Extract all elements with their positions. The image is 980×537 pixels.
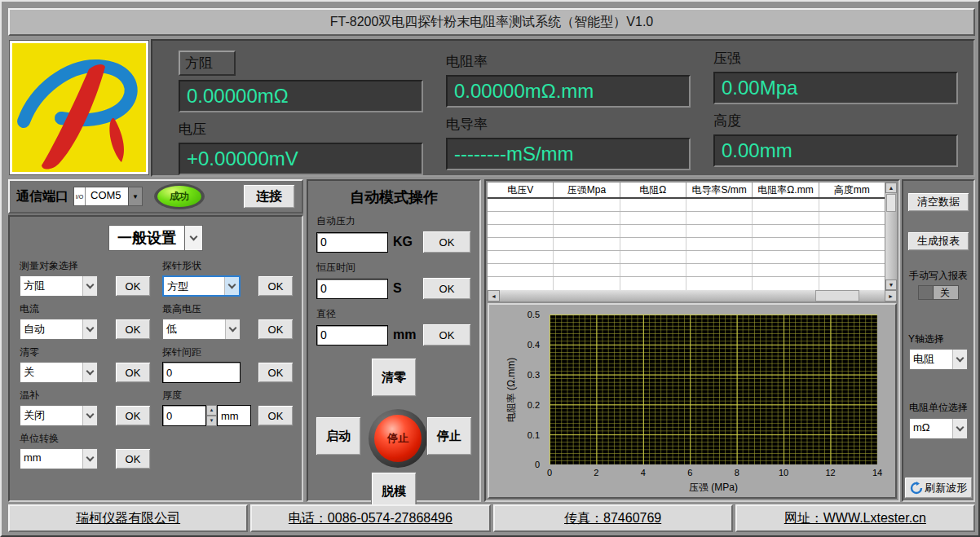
height-value: 0.00mm bbox=[713, 134, 958, 167]
auto-buttons: 清零 启动 停止 停止 脱模 bbox=[308, 358, 479, 513]
footer-bar: 瑞柯仪器有限公司 电话：0086-0574-27868496 传真：874607… bbox=[8, 504, 975, 532]
thickness-label: 厚度 bbox=[162, 389, 294, 403]
data-table: 电压V 压强Mpa 电阻Ω 电导率S/mm 电阻率Ω.mm 高度mm ▲ ▼ bbox=[488, 183, 897, 290]
hold-time-unit: S bbox=[393, 281, 402, 296]
table-row bbox=[488, 225, 885, 238]
pressure-value: 0.00Mpa bbox=[713, 72, 958, 104]
chevron-down-icon[interactable] bbox=[224, 277, 239, 295]
connection-led-ring: 成功 bbox=[154, 183, 205, 209]
thickness-stepper[interactable]: ▲ ▼ bbox=[206, 405, 217, 426]
zero-ok-button[interactable]: OK bbox=[115, 362, 151, 383]
scrollbar-thumb[interactable] bbox=[886, 194, 896, 212]
sheet-resistance-value: 0.00000mΩ bbox=[179, 80, 423, 112]
com-port-value: COM5 bbox=[86, 187, 128, 205]
unit-convert-select[interactable]: mm bbox=[20, 448, 98, 469]
resistivity-value: 0.00000mΩ.mm bbox=[446, 75, 691, 108]
auto-pressure-input[interactable] bbox=[316, 232, 388, 253]
logo-r-icon bbox=[12, 43, 146, 172]
stop-button[interactable]: 停止 bbox=[426, 416, 472, 456]
max-voltage-select[interactable]: 低 bbox=[162, 319, 241, 340]
scroll-left-icon[interactable]: ◄ bbox=[488, 290, 500, 302]
manual-write-toggle[interactable]: 关 bbox=[918, 285, 959, 300]
measure-object-select[interactable]: 方阻 bbox=[20, 275, 98, 297]
stepper-up-icon[interactable]: ▲ bbox=[206, 405, 217, 416]
auto-pressure-ok-button[interactable]: OK bbox=[422, 231, 471, 253]
connect-button[interactable]: 连接 bbox=[243, 184, 295, 209]
emergency-stop-button[interactable]: 停止 bbox=[374, 415, 422, 462]
chevron-down-icon[interactable] bbox=[82, 276, 97, 296]
current-select[interactable]: 自动 bbox=[20, 319, 98, 340]
field-diameter: 直径 mm OK bbox=[308, 307, 479, 346]
start-button[interactable]: 启动 bbox=[316, 416, 361, 456]
thickness-ok-button[interactable]: OK bbox=[258, 405, 294, 426]
col-conductivity: 电导率S/mm bbox=[686, 183, 753, 197]
measure-object-ok-button[interactable]: OK bbox=[115, 275, 151, 297]
table-row bbox=[488, 264, 885, 277]
field-probe-spacing: 探针间距 OK bbox=[162, 346, 294, 389]
field-thickness: 厚度 ▲ ▼ mm OK bbox=[162, 389, 294, 432]
top-panel: 方阻 0.00000mΩ 电压 +0.00000mV 电阻率 0.00000mΩ… bbox=[8, 39, 975, 177]
probe-spacing-input[interactable] bbox=[162, 362, 241, 383]
chevron-down-icon[interactable] bbox=[185, 225, 203, 251]
settings-mode-select[interactable]: 一般设置 bbox=[108, 225, 203, 251]
chevron-down-icon[interactable] bbox=[82, 363, 97, 382]
chevron-down-icon[interactable] bbox=[225, 319, 240, 339]
field-probe-shape: 探针形状 方型 OK bbox=[162, 259, 294, 302]
auto-pressure-unit: KG bbox=[393, 235, 413, 249]
field-current: 电流 自动 OK bbox=[20, 302, 151, 346]
generate-report-button[interactable]: 生成报表 bbox=[907, 231, 969, 251]
chevron-down-icon[interactable] bbox=[82, 406, 97, 425]
diameter-ok-button[interactable]: OK bbox=[422, 324, 471, 346]
field-measure-object: 测量对象选择 方阻 OK bbox=[20, 259, 151, 302]
scroll-down-icon[interactable]: ▼ bbox=[885, 280, 897, 290]
chevron-down-icon[interactable] bbox=[82, 449, 97, 469]
stepper-down-icon[interactable]: ▼ bbox=[206, 416, 217, 426]
left-panel: 通信端口 I/O COM5 ▼ 成功 连接 一般设置 测量对象选择 bbox=[8, 179, 303, 502]
chevron-down-icon[interactable] bbox=[952, 419, 967, 438]
toggle-thumb[interactable] bbox=[919, 286, 934, 299]
zero-select[interactable]: 关 bbox=[20, 362, 98, 383]
scroll-right-icon[interactable]: ► bbox=[885, 290, 897, 302]
com-port-select[interactable]: I/O COM5 ▼ bbox=[73, 187, 143, 206]
probe-shape-ok-button[interactable]: OK bbox=[258, 275, 294, 297]
clear-data-button[interactable]: 清空数据 bbox=[907, 192, 969, 212]
temp-comp-label: 温补 bbox=[20, 389, 151, 403]
app-window: FT-8200双电四探针粉末电阻率测试系统（智能型）V1.0 方阻 0.0000… bbox=[0, 0, 980, 537]
thickness-input[interactable] bbox=[162, 405, 206, 426]
clear-button[interactable]: 清零 bbox=[371, 358, 417, 397]
temp-comp-ok-button[interactable]: OK bbox=[115, 405, 151, 426]
unit-select-label: 电阻单位选择 bbox=[905, 401, 972, 415]
company-name: 瑞柯仪器有限公司 bbox=[8, 504, 248, 532]
diameter-input[interactable] bbox=[316, 325, 388, 346]
settings-mode-value: 一般设置 bbox=[108, 225, 185, 251]
manual-write-label: 手动写入报表 bbox=[905, 269, 972, 283]
hold-time-label: 恒压时间 bbox=[316, 261, 471, 275]
resistivity-chart: 电阻率 (Ω.mm) 0.5 0.4 0.3 0.2 0.1 0 0 2 4 6… bbox=[488, 303, 897, 499]
unit-convert-label: 单位转换 bbox=[20, 432, 151, 446]
max-voltage-ok-button[interactable]: OK bbox=[258, 319, 294, 340]
hold-time-ok-button[interactable]: OK bbox=[422, 277, 471, 300]
y-axis-select[interactable]: 电阻 bbox=[909, 349, 968, 370]
hold-time-input[interactable] bbox=[316, 279, 388, 299]
temp-comp-select[interactable]: 关闭 bbox=[20, 405, 98, 426]
scrollbar-track[interactable] bbox=[500, 290, 885, 302]
probe-spacing-ok-button[interactable]: OK bbox=[258, 362, 294, 383]
probe-shape-select[interactable]: 方型 bbox=[162, 275, 241, 297]
comm-box: 通信端口 I/O COM5 ▼ 成功 连接 bbox=[8, 179, 303, 213]
unit-convert-ok-button[interactable]: OK bbox=[115, 448, 151, 469]
table-vertical-scrollbar[interactable]: ▲ ▼ bbox=[885, 183, 897, 290]
scrollbar-thumb[interactable] bbox=[815, 290, 859, 302]
unit-select[interactable]: mΩ bbox=[909, 418, 968, 439]
scroll-up-icon[interactable]: ▲ bbox=[885, 183, 897, 193]
current-ok-button[interactable]: OK bbox=[115, 319, 151, 340]
table-horizontal-scrollbar[interactable]: ◄ ► bbox=[488, 290, 897, 302]
chevron-down-icon[interactable] bbox=[952, 350, 967, 369]
field-zero: 清零 关 OK bbox=[20, 346, 151, 389]
phone-number: 电话：0086-0574-27868496 bbox=[250, 504, 490, 532]
refresh-waveform-button[interactable]: 刷新波形 bbox=[904, 477, 973, 499]
chevron-down-icon[interactable] bbox=[82, 319, 97, 339]
chart-plot-area bbox=[550, 315, 877, 464]
table-row bbox=[488, 238, 885, 251]
chevron-down-icon[interactable]: ▼ bbox=[128, 187, 142, 205]
conductivity-label: 电导率 bbox=[446, 115, 691, 134]
